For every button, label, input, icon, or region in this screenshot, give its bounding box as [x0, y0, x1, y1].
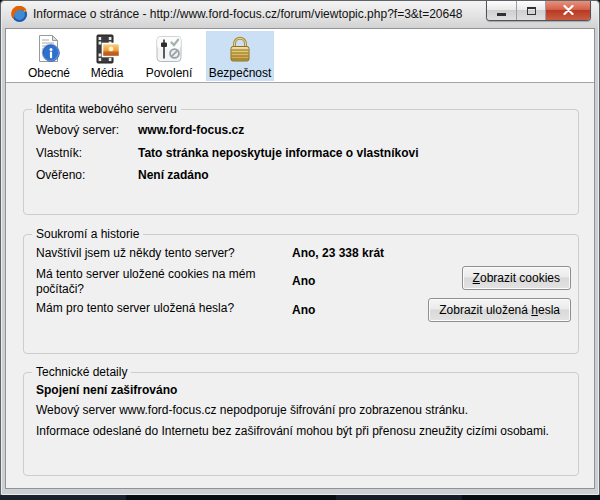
titlebar[interactable]: Informace o stránce - http://www.ford-fo… [2, 1, 598, 28]
filmstrip-icon [91, 33, 123, 65]
show-passwords-label-pre: Zobrazit uložená [439, 303, 531, 317]
show-cookies-label-key: Z [473, 271, 480, 285]
show-passwords-label-post: esla [538, 303, 560, 317]
visited-answer: Ano, 23 338 krát [292, 246, 384, 260]
taskbar-strip [0, 495, 600, 500]
document-info-icon [33, 33, 65, 65]
technical-groupbox: Technické detaily Spojení není zašifrová… [23, 372, 579, 476]
webserver-label: Webový server: [36, 123, 119, 137]
maximize-button[interactable] [516, 1, 545, 20]
technical-legend: Technické detaily [32, 365, 131, 380]
security-panel: Identita webového serveru Webový server:… [6, 84, 594, 488]
tab-label-permissions: Povolení [146, 66, 193, 80]
owner-label: Vlastník: [36, 146, 82, 160]
verified-value: Není zadáno [138, 168, 209, 182]
encryption-warning-line: Informace odeslané do Internetu bez zaši… [36, 424, 568, 439]
tab-label-media: Média [91, 66, 124, 80]
webserver-value: www.ford-focus.cz [138, 123, 244, 137]
visited-question: Navštívil jsem už někdy tento server? [36, 246, 282, 261]
minimize-icon [497, 13, 506, 16]
cookies-answer: Ano [292, 274, 315, 288]
tab-label-security: Bezpečnost [209, 66, 272, 80]
close-icon [563, 4, 574, 18]
tab-security[interactable]: Bezpečnost [206, 31, 274, 81]
tab-media[interactable]: Média [82, 31, 132, 81]
minimize-button[interactable] [487, 1, 516, 20]
tab-toolbar: Obecné [6, 29, 594, 83]
privacy-legend: Soukromí a historie [32, 227, 143, 242]
close-button[interactable] [545, 1, 590, 20]
verified-label: Ověřeno: [36, 168, 85, 182]
identity-groupbox: Identita webového serveru Webový server:… [23, 109, 579, 215]
tab-label-general: Obecné [28, 66, 70, 80]
privacy-groupbox: Soukromí a historie Navštívil jsem už ně… [23, 234, 579, 354]
show-cookies-button[interactable]: Zobrazit cookies [462, 266, 571, 290]
firefox-logo-icon [11, 6, 28, 23]
sliders-icon [153, 33, 185, 65]
show-cookies-label-post: obrazit cookies [480, 271, 560, 285]
window-controls [486, 1, 591, 21]
tab-permissions[interactable]: Povolení [136, 31, 202, 81]
padlock-icon [224, 33, 256, 65]
client-area: Obecné [5, 28, 595, 489]
passwords-answer: Ano [292, 303, 315, 317]
encryption-detail-line: Webový server www.ford-focus.cz nepodpor… [36, 403, 568, 418]
passwords-question: Mám pro tento server uložená hesla? [36, 301, 282, 316]
window-title: Informace o stránce - http://www.ford-fo… [33, 1, 463, 27]
encryption-status-headline: Spojení není zašifrováno [36, 383, 568, 398]
owner-value: Tato stránka neposkytuje informace o vla… [138, 146, 419, 160]
page-info-window: Informace o stránce - http://www.ford-fo… [0, 0, 600, 496]
show-passwords-label-key: h [531, 303, 538, 317]
identity-legend: Identita webového serveru [32, 102, 181, 117]
show-passwords-button[interactable]: Zobrazit uložená hesla [428, 298, 571, 322]
tab-general[interactable]: Obecné [20, 31, 78, 81]
cookies-question: Má tento server uložené cookies na mém p… [36, 267, 282, 297]
maximize-icon [527, 7, 536, 15]
